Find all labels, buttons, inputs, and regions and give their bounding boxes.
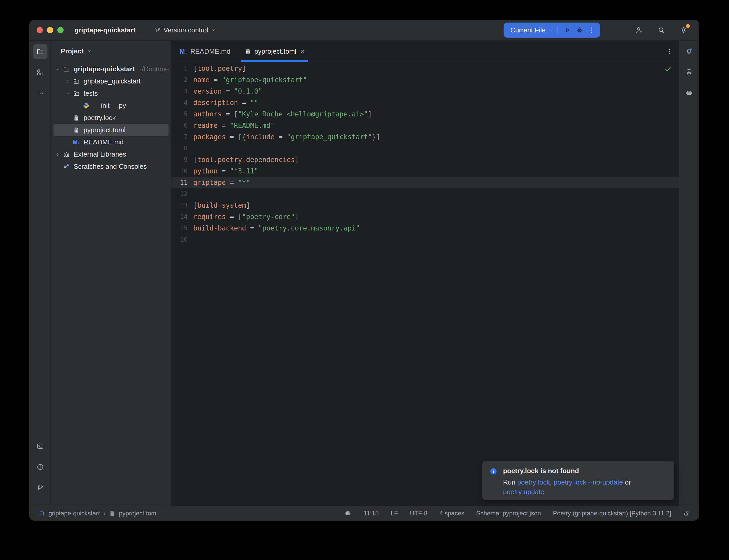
notification-link[interactable]: poetry lock --no-update [554,478,623,486]
notification-link[interactable]: poetry lock [517,478,550,486]
code-line-16[interactable]: 16 [171,234,679,245]
tree-item--init-py[interactable]: __init__.py [53,100,169,112]
status-item[interactable]: LF [391,510,398,517]
svg-text:[T]: [T] [110,513,114,515]
debug-button[interactable] [574,24,586,36]
tree-item-griptape-quickstart[interactable]: griptape_quickstart [53,75,169,87]
line-number: 1 [171,63,191,74]
editor-tab-pyproject-toml[interactable]: [T]pyproject.toml× [239,41,310,62]
line-text: build-backend = "poetry.core.masonry.api… [191,222,360,234]
search-everywhere-icon[interactable] [656,25,667,35]
main-area: Project griptape-quickstart~/Documegript… [29,41,699,506]
close-tab-icon[interactable]: × [300,48,304,55]
lock-open-icon[interactable] [683,510,690,517]
toml-icon: [T] [244,48,251,55]
line-text [191,188,193,200]
tree-item-label: Scratches and Consoles [74,163,147,171]
code-line-15[interactable]: 15build-backend = "poetry.core.masonry.a… [171,222,679,234]
code-line-1[interactable]: 1[tool.poetry] [171,63,679,74]
toml-icon: [T] [72,115,80,121]
code-line-6[interactable]: 6readme = "README.md" [171,120,679,131]
breadcrumb-separator: › [103,510,105,517]
line-number: 7 [171,131,191,143]
settings-notification-dot [686,24,690,28]
line-text: version = "0.1.0" [191,86,262,97]
breadcrumb-project[interactable]: griptape-quickstart [48,510,100,517]
tree-item-readme-md[interactable]: M↓README.md [53,136,169,148]
line-number: 4 [171,97,191,108]
notifications-icon[interactable] [682,44,696,59]
run-config-selector[interactable]: Current File [510,26,546,34]
tree-item-griptape-quickstart[interactable]: griptape-quickstart~/Docume [53,63,169,75]
status-item[interactable]: Schema: pyproject.json [476,510,541,517]
left-tool-strip [29,41,51,506]
status-item[interactable]: Poetry (griptape-quickstart) [Python 3.1… [553,510,671,517]
zoom-window-button[interactable] [57,27,64,33]
line-number: 14 [171,211,191,222]
markdown-icon: M↓ [72,139,80,146]
minimize-window-button[interactable] [47,27,53,33]
code-line-7[interactable]: 7packages = [{include = "griptape_quicks… [171,131,679,143]
tree-item-pyproject-toml[interactable]: [T]pyproject.toml [53,124,169,136]
project-widget[interactable]: griptape-quickstart [74,26,144,34]
tree-item-label: README.md [83,138,124,146]
line-number: 12 [171,188,191,200]
code-line-14[interactable]: 14requires = ["poetry-core"] [171,211,679,222]
run-button[interactable] [562,24,574,36]
settings-gear-icon[interactable] [678,25,689,35]
copilot-icon[interactable] [682,86,696,100]
tree-item-path: ~/Docume [138,65,169,73]
database-icon[interactable] [682,65,696,80]
line-number: 16 [171,234,191,245]
code-line-2[interactable]: 2name = "griptape-quickstart" [171,74,679,86]
inspections-ok-check-icon[interactable] [664,65,672,73]
status-item[interactable]: 4 spaces [440,510,465,517]
code-line-5[interactable]: 5authors = ["Kyle Roche <hello@griptape.… [171,108,679,120]
problems-icon[interactable] [33,460,47,474]
chevron-down-icon[interactable] [63,91,72,96]
vcs-widget[interactable]: Version control [154,26,217,34]
editor[interactable]: 1[tool.poetry]2name = "griptape-quicksta… [171,62,679,506]
more-tools-icon[interactable] [33,86,47,100]
line-text: griptape = "*" [191,177,250,188]
code-line-8[interactable]: 8 [171,143,679,154]
code-line-11[interactable]: 11griptape = "*" [171,177,679,188]
close-window-button[interactable] [37,27,43,33]
chevron-down-icon[interactable] [53,66,62,72]
code-line-12[interactable]: 12 [171,188,679,200]
folder-icon [62,66,71,73]
project-panel-header[interactable]: Project [51,41,171,61]
structure-icon[interactable] [33,65,47,80]
tree-item-label: griptape_quickstart [83,77,141,85]
code-line-4[interactable]: 4description = "" [171,97,679,108]
status-item[interactable]: UTF-8 [410,510,428,517]
editor-tab-readme-md[interactable]: M↓README.md [175,41,235,62]
notification-link[interactable]: poetry update [503,488,544,496]
folder-src-icon [72,78,80,85]
status-item[interactable]: 11:15 [363,510,379,517]
code-line-13[interactable]: 13[build-system] [171,200,679,211]
breadcrumb-file[interactable]: pyproject.toml [119,510,157,517]
line-number: 13 [171,200,191,211]
tree-item-scratches-and-consoles[interactable]: Scratches and Consoles [53,160,169,173]
tree-item-poetry-lock[interactable]: [T]poetry.lock [53,112,169,124]
tree-item-tests[interactable]: tests [53,87,169,100]
code-with-me-icon[interactable] [634,25,644,35]
code-line-10[interactable]: 10python = "^3.11" [171,165,679,177]
chevron-right-icon[interactable] [63,79,72,84]
code-line-9[interactable]: 9[tool.poetry.dependencies] [171,154,679,165]
more-run-options-button[interactable] [586,24,598,36]
tab-options-kebab-icon[interactable] [664,46,675,57]
line-text: python = "^3.11" [191,165,258,177]
tree-item-external-libraries[interactable]: External Libraries [53,148,169,160]
terminal-icon[interactable] [33,439,47,453]
folder-src-icon [72,90,80,97]
libraries-icon [62,151,71,158]
version-control-icon[interactable] [33,480,47,495]
project-folder-icon[interactable] [33,44,47,59]
chevron-right-icon[interactable] [53,152,62,157]
line-number: 5 [171,108,191,120]
code-line-3[interactable]: 3version = "0.1.0" [171,86,679,97]
line-number: 6 [171,120,191,131]
copilot-status-icon[interactable] [344,510,351,517]
